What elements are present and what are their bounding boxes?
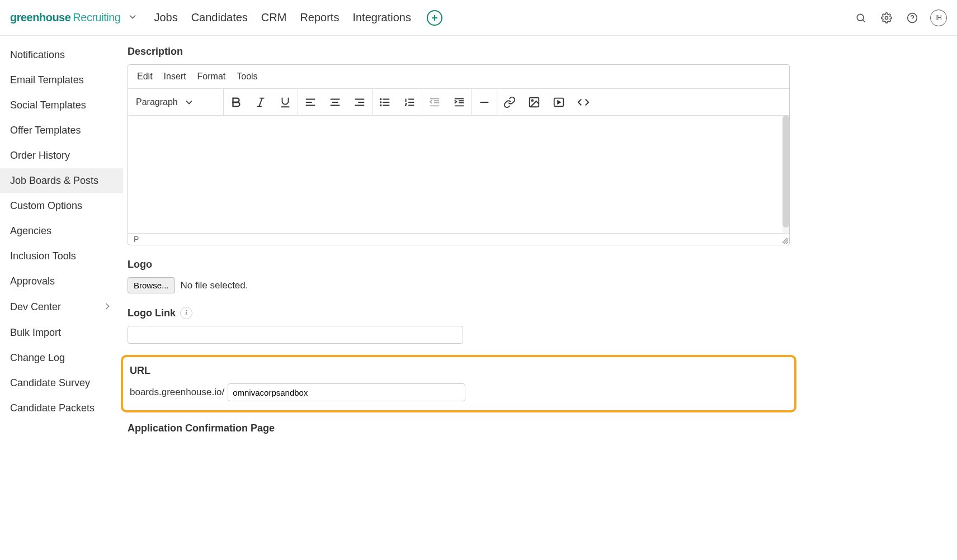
code-button[interactable] [571,96,596,108]
sidebar-item-candidate-survey[interactable]: Candidate Survey [0,371,123,396]
sidebar-item-label: Candidate Survey [10,377,90,389]
editor-toolbar: Paragraph [128,89,789,116]
video-icon [553,96,565,108]
add-button[interactable] [427,10,442,26]
video-button[interactable] [546,96,571,108]
primary-nav: Jobs Candidates CRM Reports Integrations [154,11,411,24]
italic-button[interactable] [248,96,273,108]
editor-menu-format[interactable]: Format [197,72,226,82]
sidebar-item-bulk-import[interactable]: Bulk Import [0,320,123,345]
bold-button[interactable] [224,96,248,108]
link-icon [503,96,516,108]
url-row: boards.greenhouse.io/ [130,383,794,401]
nav-crm[interactable]: CRM [261,11,287,24]
sidebar-item-label: Job Boards & Posts [10,175,98,187]
code-icon [577,96,590,108]
logo-file-row: Browse... No file selected. [128,277,790,293]
sidebar-item-order-history[interactable]: Order History [0,143,123,168]
sidebar-item-label: Change Log [10,352,65,364]
nav-reports[interactable]: Reports [300,11,339,24]
sidebar-item-offer-templates[interactable]: Offer Templates [0,118,123,143]
image-button[interactable] [522,96,546,108]
align-left-icon [304,96,317,108]
sidebar-item-label: Order History [10,150,70,162]
search-button[interactable] [853,10,869,26]
main-content: Description Edit Insert Format Tools Par… [123,36,805,451]
search-icon [855,12,866,23]
editor-resize-handle[interactable] [782,238,788,244]
settings-button[interactable] [879,10,894,26]
nav-jobs[interactable]: Jobs [154,11,177,24]
sidebar-item-label: Notifications [10,49,65,61]
numbered-list-button[interactable] [397,96,422,108]
nav-candidates[interactable]: Candidates [191,11,248,24]
sidebar-item-label: Inclusion Tools [10,250,76,262]
sidebar-item-inclusion-tools[interactable]: Inclusion Tools [0,244,123,269]
align-center-button[interactable] [323,96,347,108]
bullet-list-icon [379,96,391,108]
description-section-title: Description [128,46,790,58]
editor-content-area[interactable] [128,116,789,233]
editor-scrollbar[interactable] [782,116,789,233]
underline-icon [279,96,291,108]
sidebar-item-job-boards-posts[interactable]: Job Boards & Posts [0,168,123,193]
sidebar-item-custom-options[interactable]: Custom Options [0,193,123,219]
svg-marker-41 [558,101,560,104]
product-switcher[interactable]: greenhouse Recruiting [10,11,138,25]
sidebar-item-dev-center[interactable]: Dev Center [0,294,123,320]
editor-menu-edit[interactable]: Edit [137,72,153,82]
url-prefix-text: boards.greenhouse.io/ [130,387,224,398]
sidebar-item-label: Candidate Packets [10,402,95,414]
url-slug-input[interactable] [228,383,465,401]
sidebar-item-candidate-packets[interactable]: Candidate Packets [0,396,123,421]
sidebar-item-change-log[interactable]: Change Log [0,345,123,371]
editor-status-bar: P [128,233,789,245]
gear-icon [881,12,892,23]
info-icon[interactable]: i [180,307,192,319]
underline-button[interactable] [273,96,298,108]
align-left-button[interactable] [298,96,323,108]
indent-button[interactable] [447,96,472,108]
editor-menubar: Edit Insert Format Tools [128,65,789,89]
sidebar-item-agencies[interactable]: Agencies [0,219,123,244]
app-confirmation-section-title: Application Confirmation Page [128,423,790,434]
logo-word-1: greenhouse [10,11,70,24]
top-right-actions: IH [853,10,947,26]
editor-menu-tools[interactable]: Tools [237,72,257,82]
outdent-button[interactable] [422,96,447,108]
logo-link-title-text: Logo Link [128,307,176,319]
url-section-title: URL [130,365,794,377]
indent-icon [453,96,465,108]
nav-integrations[interactable]: Integrations [352,11,411,24]
sidebar-item-approvals[interactable]: Approvals [0,269,123,294]
bullet-list-button[interactable] [373,96,397,108]
block-format-select[interactable]: Paragraph [128,97,223,108]
user-avatar[interactable]: IH [930,10,947,26]
logo-word-2: Recruiting [73,11,120,24]
logo-link-input[interactable] [128,326,463,344]
sidebar-item-email-templates[interactable]: Email Templates [0,68,123,93]
sidebar-item-notifications[interactable]: Notifications [0,42,123,68]
plus-icon [429,12,440,23]
browse-button[interactable]: Browse... [128,277,175,293]
hr-button[interactable] [472,96,497,108]
help-button[interactable] [904,10,920,26]
link-button[interactable] [497,96,522,108]
file-status-text: No file selected. [181,280,248,291]
sidebar-item-label: Approvals [10,276,55,287]
align-right-button[interactable] [347,96,372,108]
svg-point-23 [380,98,381,99]
editor-menu-insert[interactable]: Insert [164,72,186,82]
align-center-icon [329,96,341,108]
scrollbar-thumb[interactable] [782,116,789,227]
sidebar-item-label: Bulk Import [10,327,61,339]
sidebar-item-label: Offer Templates [10,125,81,136]
image-icon [528,96,540,108]
align-right-icon [353,96,366,108]
svg-point-2 [857,14,864,21]
url-section-highlight: URL boards.greenhouse.io/ [121,355,796,412]
sidebar-item-social-templates[interactable]: Social Templates [0,93,123,118]
sidebar-item-label: Dev Center [10,301,61,313]
editor-element-path: P [134,235,139,244]
svg-point-25 [380,105,381,106]
